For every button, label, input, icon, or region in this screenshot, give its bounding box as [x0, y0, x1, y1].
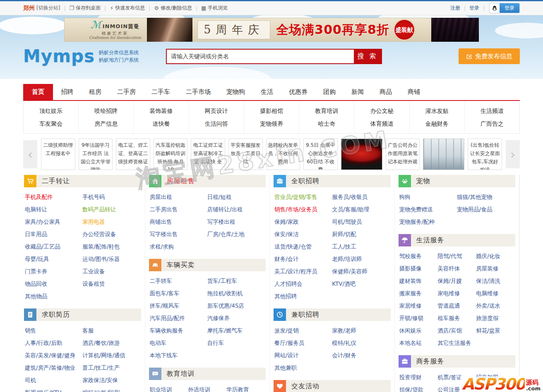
category-link[interactable]: 投资理财 — [399, 371, 438, 383]
subnav-link[interactable]: 喷绘招牌 — [94, 105, 118, 117]
category-link[interactable]: 人才招聘会 — [274, 277, 332, 290]
red-laptop-photo[interactable] — [341, 139, 382, 170]
category-link[interactable]: 驾校服务 — [399, 250, 438, 262]
quick-post-link[interactable]: ⚡快速发布信息 — [110, 5, 145, 12]
category-link[interactable]: 酒店/餐饮/旅游 — [82, 337, 140, 349]
category-link[interactable]: 陪驾/代驾 — [437, 250, 476, 262]
category-link[interactable]: 狗狗 — [399, 191, 457, 203]
category-link[interactable]: 门票卡券 — [25, 265, 82, 277]
category-link[interactable]: 销售 — [25, 324, 82, 337]
nav-tab[interactable]: 首页 — [23, 84, 53, 100]
category-link[interactable]: 外卖/送水 — [476, 299, 514, 312]
subnav-link[interactable]: 生活问答 — [205, 117, 228, 130]
category-link[interactable]: 汽车用品/配件 — [150, 312, 207, 324]
ad-card[interactable]: 广告公司办公作图用原装笔记本处理外观 — [386, 139, 420, 170]
category-link[interactable]: 编辑/出版/印刷 — [82, 386, 140, 392]
login-link[interactable]: 登录 — [469, 5, 479, 12]
category-link[interactable]: 家具/办公家具 — [25, 215, 82, 228]
nav-tab[interactable]: 新闻 — [344, 84, 372, 100]
category-link[interactable]: 公司注册 — [437, 383, 476, 392]
save-to-desktop-link[interactable]: ❐保存到桌面 — [69, 5, 101, 12]
category-link[interactable]: 美容纤体 — [437, 262, 476, 275]
category-link[interactable]: 家政保洁/安保 — [82, 374, 140, 386]
category-link[interactable]: 拼车/顺风车 — [150, 299, 207, 312]
category-link[interactable]: 保姆/家政 — [274, 215, 332, 228]
category-link[interactable]: 保洁/清洗 — [476, 275, 514, 287]
category-link[interactable]: 写字楼出租 — [207, 215, 265, 228]
subnav-link[interactable]: 网页设计 — [205, 105, 228, 117]
category-link[interactable]: 收藏品/工艺品 — [25, 240, 82, 253]
category-link[interactable]: 普工/技工/生产 — [82, 361, 140, 374]
category-link[interactable]: 学历教育 — [226, 383, 265, 392]
category-link[interactable]: 餐厅/服务员 — [274, 337, 332, 349]
site-logo[interactable]: Mymps — [23, 48, 95, 65]
nav-tab[interactable]: 优惠券 — [281, 84, 315, 100]
category-link[interactable]: 销售/市场/业务员 — [274, 203, 332, 215]
category-link[interactable]: 工业设备 — [82, 265, 140, 277]
category-link[interactable]: 客服 — [82, 324, 140, 337]
category-link[interactable]: 营业员/促销/零售 — [274, 191, 332, 203]
category-link[interactable]: 建材装饰 — [399, 275, 438, 287]
category-link[interactable]: 自行车 — [207, 337, 265, 349]
subnav-link[interactable]: 车友聚会 — [39, 117, 62, 130]
category-link[interactable]: 商铺出售 — [150, 215, 207, 228]
category-link[interactable]: 运动/图书/乐器 — [82, 253, 140, 265]
category-link[interactable]: 本地下线车 — [150, 349, 207, 361]
category-link[interactable]: 旅游度假 — [476, 312, 514, 324]
category-link[interactable]: 电动车 — [150, 337, 207, 349]
nav-tab[interactable]: 生活 — [253, 84, 281, 100]
category-link[interactable]: 保安/保洁 — [274, 228, 332, 240]
subnav-link[interactable]: 生活频道 — [481, 105, 504, 117]
subnav-link[interactable]: 哈士奇 — [318, 117, 335, 130]
subnav-link[interactable]: 顶红娱乐 — [39, 105, 62, 117]
subnav-link[interactable]: 摄影相馆 — [260, 105, 283, 117]
category-link[interactable]: 车辆收购服务 — [150, 324, 207, 337]
nav-tab[interactable]: 商品 — [372, 84, 400, 100]
category-link[interactable]: 职业培训 — [150, 383, 188, 392]
category-link[interactable]: 宠物免费赠送 — [399, 203, 457, 215]
category-link[interactable]: 机票/签证 — [437, 371, 476, 383]
category-link[interactable]: 店铺转让/出租 — [207, 203, 265, 215]
category-link[interactable]: KTV/酒吧 — [332, 277, 389, 290]
category-link[interactable]: 服装/配饰/鞋包 — [82, 240, 140, 253]
category-link[interactable]: 宠物服务/配种 — [399, 215, 457, 228]
category-link[interactable]: 影视/娱乐/KTV — [25, 386, 82, 392]
category-link[interactable]: 网站/设计 — [274, 349, 332, 361]
publish-button[interactable]: 免费发布信息 — [459, 48, 520, 64]
category-link[interactable]: 管道疏通 — [437, 299, 476, 312]
category-link[interactable]: 工人/技工 — [332, 240, 389, 253]
category-link[interactable]: 厨师/切配 — [332, 228, 389, 240]
category-link[interactable]: 二手轿车 — [150, 275, 207, 287]
category-link[interactable]: 租车服务 — [437, 312, 476, 324]
category-link[interactable]: 二手房出售 — [150, 203, 207, 215]
category-link[interactable]: 送货/快递/仓管 — [274, 240, 332, 253]
category-link[interactable]: 担保/贷款 — [399, 383, 438, 392]
subnav-link[interactable]: 房产信息 — [94, 117, 118, 130]
nav-tab[interactable]: 宠物狗 — [219, 84, 253, 100]
category-link[interactable]: 文员/客服/助理 — [332, 203, 389, 215]
category-link[interactable]: 写字楼出售 — [150, 228, 207, 240]
search-button[interactable]: 搜 索 — [354, 50, 381, 63]
category-link[interactable]: 设备租赁 — [82, 277, 140, 290]
category-link[interactable]: 办公经营设备 — [82, 228, 140, 240]
category-link[interactable]: 建筑/房产/装修/物业 — [25, 361, 82, 374]
nav-tab[interactable]: 二手市场 — [178, 84, 219, 100]
carousel-next-button[interactable]: › — [506, 140, 520, 168]
nav-tab[interactable]: 二手房 — [109, 84, 144, 100]
nav-tab[interactable]: 招聘 — [53, 84, 81, 100]
category-link[interactable]: 摄影摄像 — [399, 262, 438, 275]
category-link[interactable]: 派发/促销 — [274, 324, 332, 337]
category-link[interactable]: 新车优惠/4S店 — [207, 299, 265, 312]
qq-login-button[interactable]: 登录 — [489, 3, 520, 13]
register-link[interactable]: 注册 — [450, 5, 460, 12]
category-link[interactable]: 会计/财务 — [332, 349, 389, 361]
category-link[interactable]: 求租/求购 — [150, 240, 207, 253]
nav-tab[interactable]: 二手车 — [144, 84, 178, 100]
carousel-prev-button[interactable]: ‹ — [23, 140, 37, 168]
subnav-link[interactable]: 广而告之 — [481, 117, 504, 130]
category-link[interactable]: 家电维修 — [437, 287, 476, 299]
category-link[interactable]: 数码产品转让 — [82, 203, 140, 215]
subnav-link[interactable]: 金融财务 — [425, 117, 449, 130]
category-link[interactable]: 招商加盟 — [476, 371, 514, 383]
nav-tab[interactable]: 团购 — [315, 84, 344, 100]
